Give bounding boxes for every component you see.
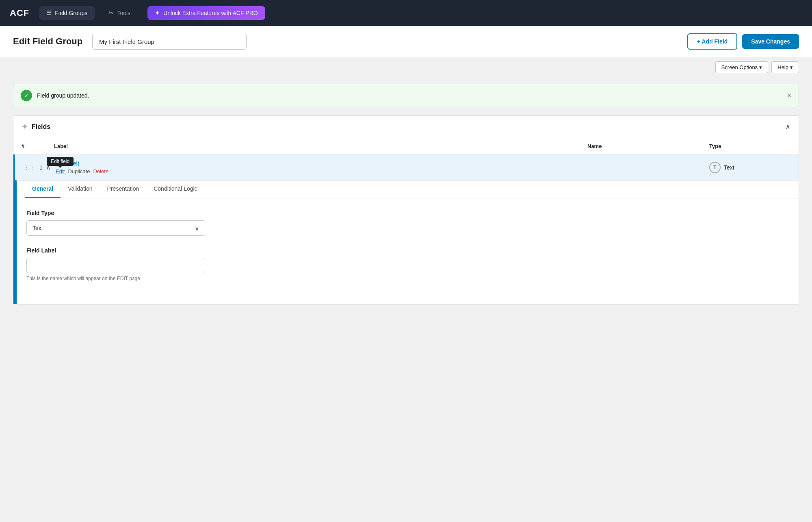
save-changes-label: Save Changes xyxy=(751,38,790,45)
tab-validation[interactable]: Validation xyxy=(61,181,100,198)
field-type-select-wrapper: Text Textarea Number Email Image xyxy=(26,220,205,236)
col-type-header: Type xyxy=(709,143,790,149)
field-type-label: Field Type xyxy=(26,210,789,216)
page-title: Edit Field Group xyxy=(13,36,82,47)
drag-handle-icon[interactable]: ⋮⋮ xyxy=(23,163,36,171)
field-type-col: T Text xyxy=(709,162,790,173)
nav-tools-button[interactable]: ✂ Tools xyxy=(101,6,138,20)
field-number: 1 xyxy=(39,164,43,171)
header-actions: + Add Field Save Changes xyxy=(687,33,799,50)
tab-conditional-logic[interactable]: Conditional Logic xyxy=(146,181,204,198)
add-field-button[interactable]: + Add Field xyxy=(687,33,737,50)
screen-options-chevron-icon: ▾ xyxy=(759,64,762,70)
col-num-header: # xyxy=(22,143,54,149)
header-bar: Edit Field Group + Add Field Save Change… xyxy=(0,26,812,57)
field-label-label: Field Label xyxy=(26,247,789,254)
nav-field-groups-label: Field Groups xyxy=(55,10,87,16)
field-type-form-group: Field Type Text Textarea Number Email Im… xyxy=(26,210,789,236)
add-field-label: + Add Field xyxy=(697,38,728,45)
nav-pro-label: Unlock Extra Features with ACF PRO xyxy=(163,10,258,16)
main-content: ✓ Field group updated. × ✦ Fields ∧ # La… xyxy=(0,77,812,311)
field-label-hint: This is the name which will appear on th… xyxy=(26,276,789,281)
edit-field-body: Field Type Text Textarea Number Email Im… xyxy=(17,198,799,304)
field-type-badge: T xyxy=(709,162,721,173)
tools-icon: ✂ xyxy=(108,9,114,17)
screen-options-label: Screen Options xyxy=(721,64,758,70)
col-name-header: Name xyxy=(587,143,709,149)
nav-tools-label: Tools xyxy=(117,10,130,16)
table-row: ⋮⋮ 1 ∧ (no label) Edit field Edit xyxy=(13,154,799,304)
save-changes-button[interactable]: Save Changes xyxy=(742,34,799,49)
fields-panel-collapse-button[interactable]: ∧ xyxy=(785,122,790,131)
top-navigation: ACF ☰ Field Groups ✂ Tools ✦ Unlock Extr… xyxy=(0,0,812,26)
field-group-name-input[interactable] xyxy=(92,34,247,50)
tab-presentation[interactable]: Presentation xyxy=(100,181,147,198)
field-type-name: Text xyxy=(724,164,734,171)
tab-general[interactable]: General xyxy=(25,181,61,198)
field-delete-action[interactable]: Delete xyxy=(93,168,109,174)
field-label-form-group: Field Label This is the name which will … xyxy=(26,247,789,281)
fields-panel-header: ✦ Fields ∧ xyxy=(13,116,799,138)
field-groups-icon: ☰ xyxy=(46,9,52,17)
screen-options-bar: Screen Options ▾ Help ▾ xyxy=(0,57,812,77)
field-row-main: ⋮⋮ 1 ∧ (no label) Edit field Edit xyxy=(15,154,799,180)
tab-presentation-label: Presentation xyxy=(107,185,139,192)
field-label-col: (no label) Edit field Edit Duplicate Del… xyxy=(56,160,587,174)
field-type-select[interactable]: Text Textarea Number Email Image xyxy=(26,220,205,236)
notice-check-icon: ✓ xyxy=(21,90,32,101)
tab-general-label: General xyxy=(32,185,53,192)
edit-field-tooltip-wrapper: Edit field Edit xyxy=(56,168,65,174)
help-button[interactable]: Help ▾ xyxy=(771,61,799,73)
fields-panel-icon: ✦ xyxy=(22,122,28,131)
nav-pro-button[interactable]: ✦ Unlock Extra Features with ACF PRO xyxy=(147,6,265,20)
fields-panel: ✦ Fields ∧ # Label Name Type ⋮⋮ 1 ∧ xyxy=(13,115,799,304)
fields-panel-title-text: Fields xyxy=(32,123,50,130)
field-label-input[interactable] xyxy=(26,258,205,273)
edit-field-tabs: General Validation Presentation Conditio… xyxy=(17,181,799,198)
notice-text: Field group updated. xyxy=(37,92,89,99)
notice-close-button[interactable]: × xyxy=(787,92,791,99)
notice-left: ✓ Field group updated. xyxy=(21,90,89,101)
tab-conditional-logic-label: Conditional Logic xyxy=(154,185,197,192)
acf-logo: ACF xyxy=(10,8,29,18)
nav-field-groups-button[interactable]: ☰ Field Groups xyxy=(39,6,95,20)
col-label-header: Label xyxy=(54,143,587,149)
help-label: Help xyxy=(777,64,788,70)
edit-field-area: General Validation Presentation Conditio… xyxy=(15,180,799,304)
pro-star-icon: ✦ xyxy=(155,9,160,17)
screen-options-button[interactable]: Screen Options ▾ xyxy=(715,61,769,73)
notice-close-label: × xyxy=(787,91,791,100)
help-chevron-icon: ▾ xyxy=(790,64,793,70)
field-actions: Edit field Edit Duplicate Delete xyxy=(56,168,587,174)
collapse-icon: ∧ xyxy=(785,123,790,131)
fields-panel-title: ✦ Fields xyxy=(22,122,50,131)
edit-field-tooltip-bubble: Edit field xyxy=(47,157,74,166)
fields-table-header: # Label Name Type xyxy=(13,138,799,154)
field-label-link[interactable]: (no label) xyxy=(56,160,587,167)
success-notice: ✓ Field group updated. × xyxy=(13,84,799,107)
tab-validation-label: Validation xyxy=(68,185,92,192)
field-duplicate-action[interactable]: Duplicate xyxy=(68,168,90,174)
